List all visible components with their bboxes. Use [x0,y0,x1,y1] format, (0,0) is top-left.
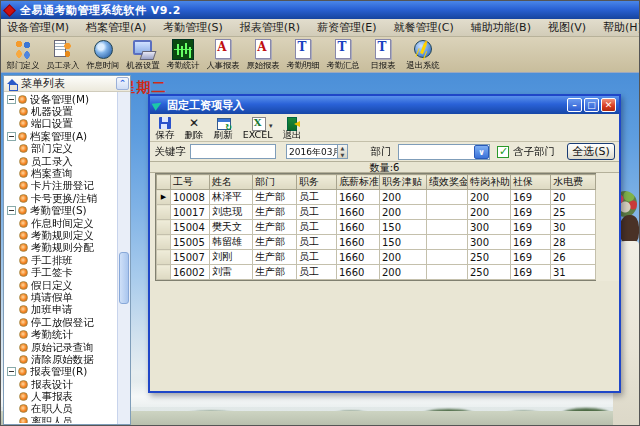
cell-position[interactable]: 员工 [297,220,337,235]
tree-item[interactable]: 在职人员 [5,403,117,415]
department-combobox[interactable] [398,144,490,160]
dialog-toolbar-button[interactable]: 保存 [155,116,175,140]
grid-column-header[interactable]: 职务津贴 [380,175,427,190]
menu-item[interactable]: 薪资管理(E) [317,20,377,35]
grid-row[interactable]: 15005 韩留雄 生产部 员工 1660 150 300 169 28 [157,235,596,250]
cell-base-salary[interactable]: 1660 [337,250,380,265]
tree-item[interactable]: 考勤管理(S) [5,205,117,217]
grid-column-header[interactable]: 姓名 [210,175,253,190]
tree-item[interactable]: 卡片注册登记 [5,180,117,192]
dialog-toolbar-button[interactable]: EXCEL [242,116,273,140]
cell-utilities[interactable]: 26 [551,250,596,265]
row-selector-cell[interactable] [157,235,171,250]
cell-employee-id[interactable]: 16002 [171,265,210,280]
cell-employee-id[interactable]: 15004 [171,220,210,235]
grid-column-header[interactable]: 职务 [297,175,337,190]
tree-collapse-icon[interactable] [7,206,16,215]
dialog-toolbar-button[interactable]: 刷新 [213,116,233,140]
maximize-button[interactable] [584,98,599,112]
grid-column-header[interactable]: 水电费 [551,175,596,190]
toolbar-button[interactable]: 退出系统 [403,38,443,70]
sidebar-scrollbar[interactable] [117,92,130,424]
grid-row[interactable]: 10017 刘忠现 生产部 员工 1660 200 200 169 25 [157,205,596,220]
cell-name[interactable]: 樊天文 [210,220,253,235]
cell-employee-id[interactable]: 10008 [171,190,210,205]
cell-position[interactable]: 员工 [297,205,337,220]
cell-department[interactable]: 生产部 [253,235,297,250]
cell-department[interactable]: 生产部 [253,205,297,220]
cell-position-allowance[interactable]: 200 [380,205,427,220]
grid-column-header[interactable]: 部门 [253,175,297,190]
cell-position-allowance[interactable]: 200 [380,265,427,280]
grid-row[interactable]: 15004 樊天文 生产部 员工 1660 150 300 169 30 [157,220,596,235]
cell-position-allowance[interactable]: 150 [380,220,427,235]
cell-special-subsidy[interactable]: 200 [468,190,511,205]
select-all-button[interactable]: 全选(S) [567,143,615,160]
cell-position-allowance[interactable]: 200 [380,190,427,205]
cell-utilities[interactable]: 30 [551,220,596,235]
grid-row[interactable]: ▶ 10008 林泽平 生产部 员工 1660 200 200 169 [157,190,596,205]
cell-social-insurance[interactable]: 169 [511,220,551,235]
dialog-titlebar[interactable]: 固定工资项导入 [150,96,619,114]
cell-name[interactable]: 林泽平 [210,190,253,205]
grid-column-header[interactable]: 绩效奖金 [427,175,468,190]
cell-social-insurance[interactable]: 169 [511,265,551,280]
cell-utilities[interactable]: 25 [551,205,596,220]
cell-base-salary[interactable]: 1660 [337,265,380,280]
tree-item[interactable]: 离职人员 [5,415,117,423]
toolbar-button[interactable]: 人事报表 [203,38,243,70]
cell-utilities[interactable]: 20 [551,190,596,205]
minimize-button[interactable] [567,98,582,112]
cell-position[interactable]: 员工 [297,265,337,280]
cell-name[interactable]: 刘忠现 [210,205,253,220]
cell-name[interactable]: 刘雷 [210,265,253,280]
tree-collapse-icon[interactable] [7,367,16,376]
tree-item[interactable]: 部门定义 [5,143,117,155]
menu-item[interactable]: 设备管理(M) [7,20,69,35]
toolbar-button[interactable]: 考勤统计 [163,38,203,70]
cell-special-subsidy[interactable]: 300 [468,220,511,235]
cell-position-allowance[interactable]: 200 [380,250,427,265]
cell-performance-bonus[interactable] [427,265,468,280]
cell-performance-bonus[interactable] [427,220,468,235]
cell-position[interactable]: 员工 [297,190,337,205]
cell-base-salary[interactable]: 1660 [337,235,380,250]
scroll-up-icon[interactable] [116,77,129,90]
close-button[interactable] [601,98,616,112]
chevron-down-icon[interactable] [474,145,489,159]
cell-base-salary[interactable]: 1660 [337,220,380,235]
tree-collapse-icon[interactable] [7,95,16,104]
cell-performance-bonus[interactable] [427,205,468,220]
keyword-input[interactable] [190,144,276,159]
cell-special-subsidy[interactable]: 250 [468,265,511,280]
toolbar-button[interactable]: 原始报表 [243,38,283,70]
toolbar-button[interactable]: 考勤汇总 [323,38,363,70]
cell-performance-bonus[interactable] [427,235,468,250]
cell-name[interactable]: 韩留雄 [210,235,253,250]
row-selector-cell[interactable] [157,220,171,235]
include-subdept-checkbox[interactable] [497,146,509,158]
row-selector-cell[interactable] [157,250,171,265]
toolbar-button[interactable]: 员工录入 [43,38,83,70]
tree-item[interactable]: 考勤统计 [5,328,117,340]
cell-performance-bonus[interactable] [427,190,468,205]
cell-base-salary[interactable]: 1660 [337,190,380,205]
cell-employee-id[interactable]: 15007 [171,250,210,265]
cell-special-subsidy[interactable]: 200 [468,205,511,220]
toolbar-button[interactable]: 部门定义 [3,38,43,70]
cell-department[interactable]: 生产部 [253,250,297,265]
cell-department[interactable]: 生产部 [253,265,297,280]
tree-item[interactable]: 端口设置 [5,118,117,130]
row-selector-cell[interactable]: ▶ [157,190,171,205]
cell-department[interactable]: 生产部 [253,220,297,235]
cell-employee-id[interactable]: 10017 [171,205,210,220]
cell-social-insurance[interactable]: 169 [511,250,551,265]
tree-item[interactable]: 原始记录查询 [5,341,117,353]
grid-column-header[interactable]: 底薪标准 [337,175,380,190]
row-selector-cell[interactable] [157,265,171,280]
cell-name[interactable]: 刘刚 [210,250,253,265]
cell-utilities[interactable]: 31 [551,265,596,280]
cell-performance-bonus[interactable] [427,250,468,265]
toolbar-button[interactable]: 机器设置 [123,38,163,70]
cell-special-subsidy[interactable]: 250 [468,250,511,265]
